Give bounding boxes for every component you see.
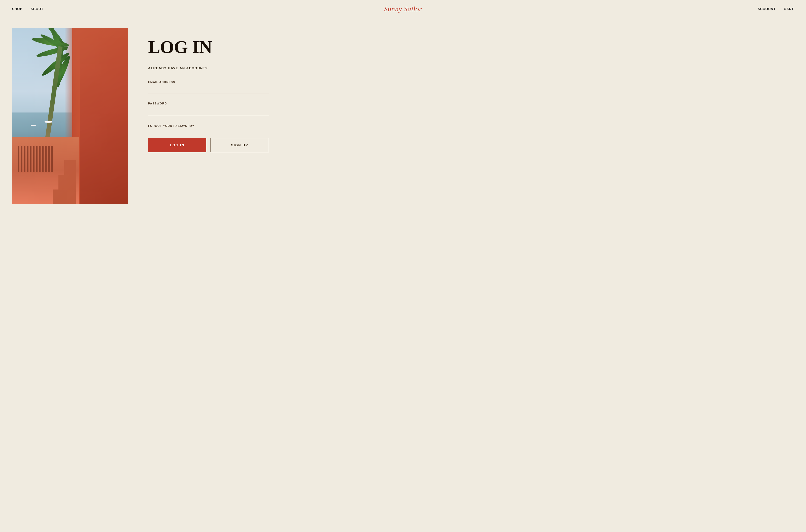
email-label: EMAIL ADDRESS [148,80,269,83]
hero-image [12,28,128,204]
brand-logo[interactable]: Sunny Sailor [384,5,422,13]
password-label: PASSWORD [148,102,269,105]
email-input[interactable] [148,86,269,94]
password-group: PASSWORD [148,102,269,115]
nav-left: SHOP ABOUT [12,7,43,11]
nav-cart[interactable]: CART [784,7,794,11]
password-input[interactable] [148,108,269,115]
login-form-panel: LOG IN ALREADY HAVE AN ACCOUNT? EMAIL AD… [148,28,269,152]
nav-account[interactable]: ACCOUNT [757,7,775,11]
main-content: LOG IN ALREADY HAVE AN ACCOUNT? EMAIL AD… [0,18,806,527]
nav-shop[interactable]: SHOP [12,7,22,11]
nav-about[interactable]: ABOUT [31,7,43,11]
page-title: LOG IN [148,38,269,56]
login-form: EMAIL ADDRESS PASSWORD FORGOT YOUR PASSW… [148,80,269,152]
login-subtitle: ALREADY HAVE AN ACCOUNT? [148,66,269,70]
hero-image-art [12,28,128,204]
image-overlay [12,28,128,204]
nav-right: ACCOUNT CART [757,7,794,11]
hero-image-panel [12,28,128,204]
signup-button[interactable]: SIGN UP [210,138,269,152]
header: SHOP ABOUT Sunny Sailor ACCOUNT CART [0,0,806,18]
login-button[interactable]: LOG IN [148,138,206,152]
email-group: EMAIL ADDRESS [148,80,269,94]
button-row: LOG IN SIGN UP [148,138,269,152]
forgot-password-link[interactable]: FORGOT YOUR PASSWORD? [148,124,194,127]
